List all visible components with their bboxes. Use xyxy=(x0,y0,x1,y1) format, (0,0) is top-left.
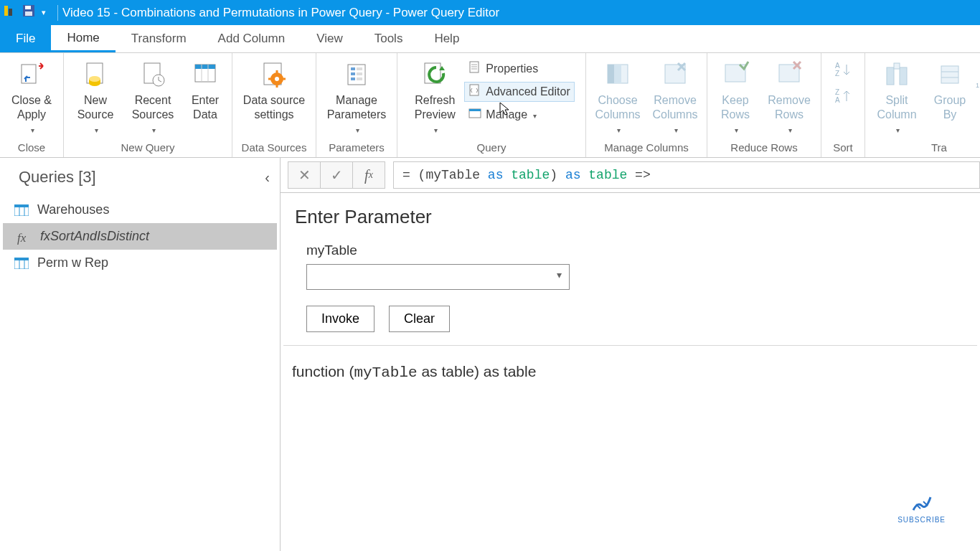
parameter-select[interactable] xyxy=(306,264,570,290)
properties-label: Properties xyxy=(486,62,538,75)
svg-text:1: 1 xyxy=(976,82,979,89)
group-close-label: Close xyxy=(18,139,45,157)
advanced-editor-label: Advanced Editor xyxy=(486,85,570,98)
remove-columns-button[interactable]: Remove Columns xyxy=(648,56,702,138)
formula-fx-button[interactable]: fx xyxy=(352,161,385,189)
close-apply-icon xyxy=(17,60,46,89)
remove-columns-icon xyxy=(661,60,689,89)
data-source-settings-button[interactable]: Data source settings xyxy=(237,56,311,123)
clear-button[interactable]: Clear xyxy=(389,306,450,332)
signature-text: myTable xyxy=(354,364,417,381)
group-parameters-label: Parameters xyxy=(329,139,385,157)
formula-input[interactable]: = (myTable as table) as table => xyxy=(393,161,980,189)
choose-columns-button[interactable]: Choose Columns xyxy=(590,56,645,138)
quick-access-toolbar: ▾ xyxy=(3,4,53,22)
formula-bar: ✕ ✓ fx = (myTable as table) as table => xyxy=(281,158,980,193)
ribbon-tabs: File Home Transform Add Column View Tool… xyxy=(0,25,980,53)
tab-tools[interactable]: Tools xyxy=(359,25,419,52)
svg-point-9 xyxy=(89,76,100,82)
svg-rect-26 xyxy=(351,77,355,80)
sort-asc-icon[interactable]: AZ xyxy=(834,62,852,80)
formula-text: myTable xyxy=(425,168,480,182)
data-type-button[interactable]: Data xyxy=(976,60,980,77)
sort-desc-icon[interactable]: ZA xyxy=(834,88,852,106)
svg-text:Z: Z xyxy=(835,88,839,96)
refresh-icon xyxy=(420,60,449,89)
split-column-icon xyxy=(882,60,911,89)
group-reducerows-label: Reduce Rows xyxy=(730,139,797,157)
formula-text: ) xyxy=(550,168,565,182)
ribbon: Close & Apply Close New Source Recent So… xyxy=(0,53,980,158)
queries-header: Queries [3] ‹ xyxy=(0,158,280,197)
collapse-pane-icon[interactable]: ‹ xyxy=(265,169,280,186)
tab-transform[interactable]: Transform xyxy=(116,25,202,52)
formula-cancel-button[interactable]: ✕ xyxy=(288,161,321,189)
refresh-preview-button[interactable]: Refresh Preview xyxy=(408,56,461,138)
enter-data-icon xyxy=(191,60,220,89)
manage-icon xyxy=(468,107,481,123)
remove-rows-button[interactable]: Remove Rows xyxy=(762,56,816,138)
group-query: Refresh Preview Properties Advanced Edit… xyxy=(397,53,586,157)
manage-parameters-label: Manage Parameters xyxy=(322,93,391,122)
tab-home[interactable]: Home xyxy=(51,25,115,52)
svg-rect-40 xyxy=(614,65,621,83)
svg-rect-49 xyxy=(900,67,907,85)
group-query-label: Query xyxy=(477,139,507,157)
manage-parameters-button[interactable]: Manage Parameters xyxy=(321,56,392,138)
query-label: Warehouses xyxy=(37,202,109,217)
svg-text:A: A xyxy=(835,62,840,70)
advanced-editor-button[interactable]: Advanced Editor xyxy=(464,82,574,102)
keep-rows-button[interactable]: Keep Rows xyxy=(712,56,759,138)
query-item-warehouses[interactable]: Warehouses xyxy=(0,197,280,223)
save-icon[interactable] xyxy=(22,4,36,22)
recent-sources-button[interactable]: Recent Sources xyxy=(126,56,180,138)
formula-text: table xyxy=(511,168,550,182)
parameter-panel: Enter Parameter myTable Invoke Clear xyxy=(283,193,977,346)
manage-label: Manage xyxy=(486,108,527,121)
manage-button[interactable]: Manage xyxy=(464,105,574,125)
query-item-fxsortandisdistinct[interactable]: fx fxSortAndIsDistinct xyxy=(3,223,277,250)
remove-columns-label: Remove Columns xyxy=(649,93,701,122)
replace-values-icon[interactable]: 12 xyxy=(976,80,980,97)
tab-add-column[interactable]: Add Column xyxy=(202,25,301,52)
enter-data-button[interactable]: Enter Data xyxy=(183,56,227,123)
group-sort-label: Sort xyxy=(833,139,853,157)
svg-rect-39 xyxy=(608,65,614,83)
svg-rect-5 xyxy=(22,65,36,83)
tab-file[interactable]: File xyxy=(0,25,51,52)
main: Queries [3] ‹ Warehouses fx fxSortAndIsD… xyxy=(0,158,980,551)
keep-rows-label: Keep Rows xyxy=(713,93,758,122)
svg-point-18 xyxy=(275,77,279,81)
split-column-button[interactable]: Split Column xyxy=(870,56,924,138)
signature-text: function ( xyxy=(292,363,354,380)
group-by-button[interactable]: Group By xyxy=(927,56,973,123)
new-source-button[interactable]: New Source xyxy=(68,56,123,138)
properties-button[interactable]: Properties xyxy=(464,59,574,79)
svg-rect-1 xyxy=(9,9,12,16)
query-item-perm-w-rep[interactable]: Perm w Rep xyxy=(0,250,280,276)
svg-rect-37 xyxy=(469,109,481,111)
tab-view[interactable]: View xyxy=(301,25,359,52)
qat-dropdown-icon[interactable]: ▾ xyxy=(42,8,46,17)
svg-rect-29 xyxy=(357,77,362,80)
close-apply-button[interactable]: Close & Apply xyxy=(4,56,59,138)
queries-pane: Queries [3] ‹ Warehouses fx fxSortAndIsD… xyxy=(0,158,281,551)
choose-columns-label: Choose Columns xyxy=(592,93,644,122)
svg-rect-3 xyxy=(25,6,31,9)
titlebar-divider xyxy=(57,5,58,21)
svg-text:Z: Z xyxy=(835,70,839,77)
remove-rows-label: Remove Rows xyxy=(763,93,815,122)
choose-columns-icon xyxy=(603,60,632,89)
subscribe-watermark: SUBSCRIBE xyxy=(897,493,946,524)
recent-sources-label: Recent Sources xyxy=(127,93,179,122)
formula-commit-button[interactable]: ✓ xyxy=(320,161,353,189)
tab-help[interactable]: Help xyxy=(418,25,475,52)
group-data-sources: Data source settings Data Sources xyxy=(232,53,316,157)
subscribe-label: SUBSCRIBE xyxy=(897,516,946,524)
split-column-label: Split Column xyxy=(871,93,923,122)
properties-icon xyxy=(468,61,481,77)
fx-icon: fx xyxy=(17,231,32,242)
formula-text: = ( xyxy=(402,168,425,182)
invoke-button[interactable]: Invoke xyxy=(306,306,374,332)
formula-text: as xyxy=(480,168,511,182)
